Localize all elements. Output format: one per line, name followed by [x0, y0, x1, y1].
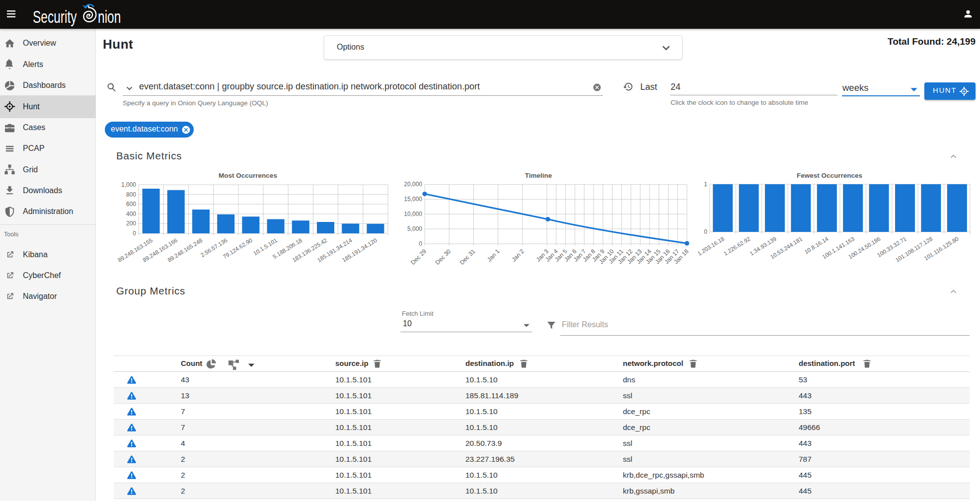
svg-text:Dec 29: Dec 29: [409, 248, 428, 266]
svg-text:800: 800: [126, 191, 136, 198]
svg-text:400: 400: [126, 211, 136, 217]
svg-text:0: 0: [704, 228, 707, 235]
svg-text:Dec 30: Dec 30: [434, 248, 452, 266]
svg-text:Timeline: Timeline: [525, 172, 552, 179]
svg-text:5,000: 5,000: [407, 225, 422, 232]
svg-text:15,000: 15,000: [404, 196, 422, 203]
svg-text:Fewest Occurrences: Fewest Occurrences: [797, 172, 862, 179]
svg-text:200: 200: [126, 220, 136, 227]
svg-text:1.226.62.92: 1.226.62.92: [723, 236, 752, 257]
svg-text:1: 1: [704, 181, 707, 188]
svg-text:10,000: 10,000: [404, 211, 422, 217]
svg-text:0: 0: [133, 230, 136, 237]
svg-text:Jan 2: Jan 2: [510, 248, 526, 263]
svg-text:1.203.16.18: 1.203.16.18: [696, 236, 725, 257]
svg-text:Most Occurrences: Most Occurrences: [219, 172, 277, 179]
svg-text:1,000: 1,000: [121, 181, 136, 188]
svg-text:600: 600: [126, 201, 136, 208]
svg-text:Dec 31: Dec 31: [458, 248, 477, 266]
svg-text:0: 0: [419, 240, 422, 247]
svg-text:20,000: 20,000: [404, 181, 422, 188]
svg-text:Jan 1: Jan 1: [486, 248, 501, 263]
